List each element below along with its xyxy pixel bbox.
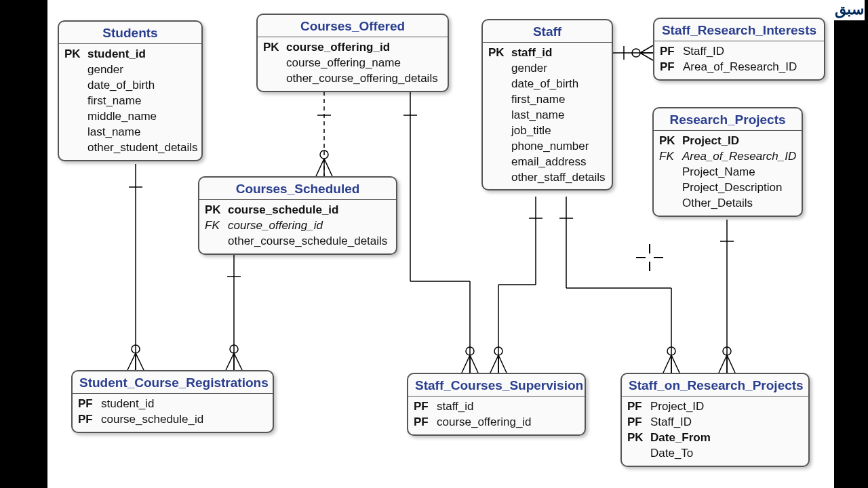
svg-point-22 [230,345,238,353]
attr-name: other_student_details [87,140,198,156]
entity-attrs: PFStaff_IDPFArea_of_Research_ID [654,41,824,79]
attr-name: phone_number [511,139,589,155]
attr-name: Other_Details [682,196,753,211]
attr-key [659,196,677,211]
svg-point-2 [132,345,140,353]
entity-staff-courses-supervision[interactable]: Staff_Courses_SupervisionPFstaff_idPFcou… [407,373,586,436]
svg-line-39 [663,355,671,373]
attr-name: last_name [511,108,564,123]
attr-name: gender [511,61,547,77]
attr-key [659,165,677,180]
attr-name: Project_Name [682,165,755,180]
attr-name: gender [87,62,123,78]
attr-name: course_schedule_id [101,412,203,428]
attr-row: last_name [488,108,606,123]
attr-key [488,139,506,155]
entity-title: Staff [483,20,612,43]
attr-key: PK [488,45,506,61]
entity-title: Staff_on_Research_Projects [622,374,808,396]
attr-row: Date_To [627,446,803,462]
entity-title: Courses_Scheduled [199,178,396,200]
attr-row: PKcourse_offering_id [263,40,442,56]
attr-key: PF [414,415,431,430]
entity-attrs: PKProject_IDFKArea_of_Research_IDProject… [654,131,802,216]
svg-line-46 [640,53,653,60]
attr-key [263,71,281,87]
attr-key: PK [627,430,645,446]
attr-row: PFProject_ID [627,399,803,415]
attr-key: FK [205,218,222,234]
svg-line-4 [136,353,144,370]
entity-title: Students [59,22,201,44]
attr-row: PKDate_From [627,430,803,446]
attr-name: email_address [511,155,587,170]
attr-key [488,92,506,108]
attr-key [263,56,281,71]
entity-staff-on-research-projects[interactable]: Staff_on_Research_ProjectsPFProject_IDPF… [620,373,810,467]
svg-point-38 [667,347,675,355]
attr-key [64,62,82,78]
svg-point-8 [320,150,328,159]
attr-row: PFcourse_offering_id [414,415,579,430]
svg-point-30 [494,347,502,355]
attr-name: Area_of_Research_ID [683,60,797,75]
attr-row: PKcourse_schedule_id [205,203,391,218]
attr-row: FKArea_of_Research_ID [659,149,796,165]
entity-staff-research-interests[interactable]: Staff_Research_InterestsPFStaff_IDPFArea… [653,18,825,81]
attr-key [488,77,506,92]
attr-name: first_name [87,94,141,109]
entity-attrs: PKcourse_schedule_idFKcourse_offering_id… [199,200,396,253]
attr-name: other_course_schedule_details [228,234,387,249]
attr-name: Project_Description [682,180,782,196]
attr-name: Staff_ID [683,44,724,60]
attr-row: job_title [488,123,606,139]
entity-courses-scheduled[interactable]: Courses_ScheduledPKcourse_schedule_idFKc… [198,176,397,255]
attr-row: Project_Description [659,180,796,196]
brand-logo: سبق [833,0,865,21]
entity-courses-offered[interactable]: Courses_OfferedPKcourse_offering_idcours… [256,14,449,92]
attr-key [64,78,82,94]
entity-research-projects[interactable]: Research_ProjectsPKProject_IDFKArea_of_R… [652,107,803,217]
svg-line-23 [226,353,234,370]
attr-key [659,180,677,196]
attr-name: Date_To [650,446,693,462]
attr-row: PFStaff_ID [660,44,818,60]
svg-line-9 [316,159,324,176]
attr-key [64,109,82,125]
attr-name: Area_of_Research_ID [682,149,796,165]
attr-row: PFstudent_id [78,396,267,412]
attr-row: FKcourse_offering_id [205,218,391,234]
attr-key [488,155,506,170]
attr-key: PF [78,396,96,412]
attr-row: course_offering_name [263,56,442,71]
entity-students[interactable]: StudentsPKstudent_idgenderdate_of_birthf… [58,20,203,161]
attr-key [488,170,506,186]
attr-row: middle_name [64,109,196,125]
attr-name: middle_name [87,109,157,125]
attr-key: PF [627,399,645,415]
attr-row: other_course_offering_details [263,71,442,87]
attr-name: student_id [101,396,154,412]
svg-line-18 [470,355,478,373]
entity-staff[interactable]: StaffPKstaff_idgenderdate_of_birthfirst_… [481,19,613,190]
attr-key: PK [659,134,677,149]
attr-key: PK [205,203,222,218]
entity-title: Staff_Courses_Supervision [408,374,585,396]
entity-title: Research_Projects [654,108,802,131]
attr-row: other_student_details [64,140,196,156]
attr-row: PFStaff_ID [627,415,803,430]
attr-name: Date_From [650,430,711,446]
attr-key: FK [659,149,677,165]
entity-attrs: PFstaff_idPFcourse_offering_id [408,396,585,434]
entity-student-course-registrations[interactable]: Student_Course_RegistrationsPFstudent_id… [71,370,274,433]
attr-key [64,125,82,140]
crosshair-cursor [636,244,663,271]
attr-row: other_course_schedule_details [205,234,391,249]
entity-title: Staff_Research_Interests [654,19,824,41]
svg-point-44 [632,49,640,57]
attr-row: Other_Details [659,196,796,211]
attr-row: gender [64,62,196,78]
attr-name: Project_ID [682,134,739,149]
entity-title: Courses_Offered [258,15,448,37]
attr-key: PF [660,60,677,75]
